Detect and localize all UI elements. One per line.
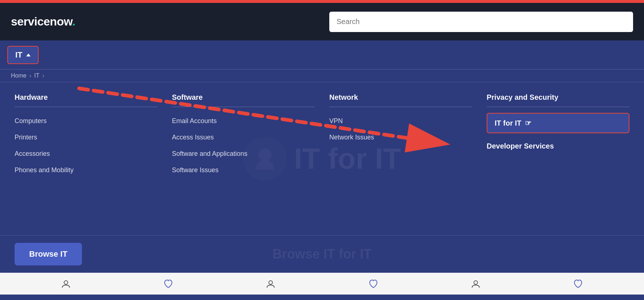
it-nav-button[interactable]: IT (7, 46, 39, 64)
breadcrumb: Home › IT › (0, 70, 644, 82)
hardware-computers[interactable]: Computers (15, 113, 157, 129)
software-issues[interactable]: Software Issues (172, 162, 315, 178)
hardware-printers[interactable]: Printers (15, 129, 157, 146)
it-for-it-label: IT for IT (495, 119, 521, 127)
software-access-issues[interactable]: Access Issues (172, 129, 315, 146)
cursor-icon: ☞ (525, 119, 531, 127)
network-column: Network VPN Network Issues (329, 93, 472, 228)
software-title: Software (172, 93, 315, 107)
logo-text: servicenow. (11, 15, 75, 28)
top-accent-bar (0, 0, 644, 3)
software-email-accounts[interactable]: Email Accounts (172, 113, 315, 129)
ghost-browse-text: Browse IT for IT (272, 246, 372, 262)
hardware-phones[interactable]: Phones and Mobility (15, 162, 157, 178)
footer-icon-6[interactable] (572, 277, 585, 291)
network-issues[interactable]: Network Issues (329, 129, 472, 146)
footer-icon-3[interactable] (264, 277, 277, 291)
page-wrapper: servicenow. IT Home › IT › IT for IT (0, 0, 644, 300)
footer-icon-2[interactable] (162, 277, 175, 291)
dropdown-area: IT for IT Hardware Computers Printers Ac… (0, 82, 644, 235)
header: servicenow. (0, 3, 644, 40)
browse-it-label: Browse IT (29, 249, 67, 258)
hardware-title: Hardware (15, 93, 157, 107)
network-vpn[interactable]: VPN (329, 113, 472, 129)
breadcrumb-it[interactable]: IT (34, 72, 39, 79)
logo-dot: . (72, 15, 75, 28)
bottom-section: Browse IT Browse IT for IT (0, 235, 644, 273)
browse-it-button[interactable]: Browse IT (15, 243, 82, 265)
breadcrumb-sep-2: › (42, 72, 44, 79)
arrow-up-icon (26, 54, 31, 56)
software-column: Software Email Accounts Access Issues So… (172, 93, 315, 228)
footer-icon-5[interactable] (469, 277, 482, 291)
it-for-it-item[interactable]: IT for IT ☞ (487, 113, 629, 133)
footer-icon-4[interactable] (367, 277, 380, 291)
svg-point-3 (64, 281, 68, 284)
svg-point-5 (474, 281, 478, 284)
search-input[interactable] (329, 12, 633, 32)
privacy-column: Privacy and Security IT for IT ☞ Develop… (487, 93, 629, 228)
privacy-title: Privacy and Security (487, 93, 629, 107)
breadcrumb-home[interactable]: Home (11, 72, 27, 79)
svg-point-4 (269, 281, 272, 284)
nav-bar: IT (0, 40, 644, 70)
hardware-column: Hardware Computers Printers Accessories … (15, 93, 157, 228)
footer-bar (0, 273, 644, 295)
it-button-label: IT (15, 50, 23, 60)
developer-services-title: Developer Services (487, 142, 629, 150)
breadcrumb-sep-1: › (30, 72, 31, 79)
footer-icon-1[interactable] (59, 277, 72, 291)
hardware-accessories[interactable]: Accessories (15, 146, 157, 162)
logo: servicenow. (11, 15, 75, 28)
software-apps[interactable]: Software and Applications (172, 146, 315, 162)
network-title: Network (329, 93, 472, 107)
search-wrapper (329, 12, 633, 32)
